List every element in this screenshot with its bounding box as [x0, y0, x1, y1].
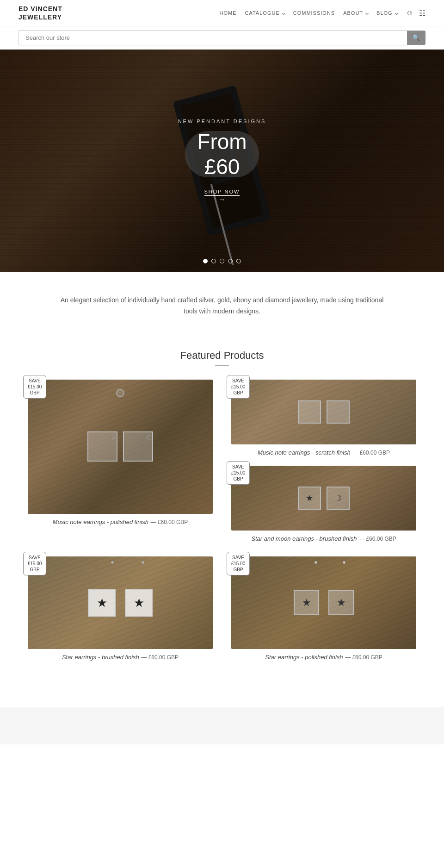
product-price-star-brushed: £60.00 GBP — [148, 654, 179, 661]
carousel-dots — [203, 259, 241, 263]
product-info-music-polished: Music note earrings - polished finish — … — [28, 518, 213, 526]
product-item-star-brushed[interactable]: SAVE£15.00GBP ★ ★ Star ea — [28, 556, 213, 661]
search-input[interactable] — [18, 30, 407, 45]
product-image-music-polished: ♪ ♫ — [28, 380, 213, 514]
search-button[interactable]: 🔍 — [407, 31, 426, 45]
earring-sq-4: ♫ — [327, 400, 350, 424]
product-image-star-polished: ★ ★ — [231, 556, 416, 649]
product-name-star-brushed: Star earrings - brushed finish — [62, 654, 139, 661]
user-icon[interactable]: ☺ — [406, 9, 413, 17]
earring-sq-2: ♫ — [123, 431, 153, 462]
search-bar: 🔍 — [0, 26, 444, 50]
hero-cta-button[interactable]: SHOP NOW — [204, 189, 240, 196]
earring-visual-4: ★ ★ — [28, 556, 213, 649]
silver-earring-1: ★ — [294, 590, 319, 615]
nav-home[interactable]: HOME — [220, 10, 237, 16]
earring-sq-3: ♪ — [298, 400, 321, 424]
featured-section: Featured Products SAVE£15.00GBP ♪ ♫ — [0, 340, 444, 689]
product-name-star-polished: Star earrings - polished finish — [265, 654, 343, 661]
right-product-col: SAVE£15.00GBP ♪ ♫ Music note earrings - … — [231, 380, 416, 543]
product-name-music-polished: Music note earrings - polished finish — [53, 518, 148, 525]
carousel-dot-2[interactable] — [211, 259, 216, 263]
product-price-star-polished: £60.00 GBP — [352, 654, 382, 661]
earring-visual-2: ♪ ♫ — [231, 380, 416, 444]
product-price-music-polished: £60.00 GBP — [158, 519, 188, 525]
carousel-dot-1[interactable] — [203, 259, 208, 263]
cart-icon[interactable]: ☷ — [419, 9, 426, 18]
tagline-section: An elegant selection of individually han… — [0, 272, 444, 340]
silver-earring-2: ★ — [328, 590, 354, 615]
earring-sq-6: ☽ — [327, 487, 350, 510]
hero-center: NEW PENDANT DESIGNS From £60 SHOP NOW → — [178, 119, 266, 203]
nav-commissions[interactable]: COMMISSIONS — [293, 10, 335, 16]
save-badge-star-polished: SAVE£15.00GBP — [227, 552, 250, 575]
product-price-star-moon: £60.00 GBP — [366, 536, 396, 542]
star-icon-3: ★ — [134, 595, 144, 610]
save-badge-star-moon: SAVE£15.00GBP — [227, 461, 250, 485]
nav-about[interactable]: ABOUT — [343, 10, 368, 16]
nav-catalogue[interactable]: CATALOGUE — [245, 10, 285, 16]
product-item-music-scratch[interactable]: SAVE£15.00GBP ♪ ♫ Music note earrings - … — [231, 380, 416, 456]
product-name-music-scratch: Music note earrings - scratch finish — [258, 449, 351, 456]
hero-subtitle: NEW PENDANT DESIGNS — [178, 119, 266, 124]
earring-visual-5: ★ ★ — [231, 556, 416, 649]
carousel-dot-3[interactable] — [220, 259, 224, 263]
product-image-star-moon: ★ ☽ — [231, 466, 416, 531]
save-badge-star-brushed: SAVE£15.00GBP — [23, 552, 46, 575]
earring-posts — [111, 561, 144, 564]
music-note-icon-3: ♪ — [315, 401, 319, 411]
white-earring-1: ★ — [88, 589, 116, 617]
earring-visual: ♪ ♫ — [28, 380, 213, 514]
earring-post-2 — [142, 561, 144, 564]
carousel-dot-5[interactable] — [236, 259, 241, 263]
earring-connector — [116, 389, 124, 397]
earring-post-3 — [314, 561, 317, 564]
product-item-star-moon[interactable]: SAVE£15.00GBP ★ ☽ Star and moon earrings… — [231, 466, 416, 543]
hero-price: From £60 — [185, 131, 259, 177]
earring-post-1 — [111, 561, 114, 564]
product-grid-row2: SAVE£15.00GBP ★ ★ Star ea — [28, 556, 416, 661]
site-logo[interactable]: ED VINCENT JEWELLERY — [18, 5, 62, 21]
star-icon-4: ★ — [302, 597, 311, 609]
product-item-music-polished[interactable]: SAVE£15.00GBP ♪ ♫ Music note earrings - … — [28, 380, 213, 543]
moon-icon: ☽ — [334, 493, 342, 503]
music-note-icon: ♪ — [111, 432, 116, 442]
music-note-icon-2: ♫ — [145, 432, 152, 442]
earring-visual-3: ★ ☽ — [231, 466, 416, 531]
star-icon-5: ★ — [337, 597, 346, 609]
featured-divider — [215, 365, 229, 366]
blog-chevron-icon — [395, 12, 398, 15]
hero-cta-arrow-icon: → — [204, 196, 240, 203]
product-info-music-scratch: Music note earrings - scratch finish — £… — [231, 448, 416, 456]
product-info-star-moon: Star and moon earrings - brushed finish … — [231, 534, 416, 543]
nav-icons: ☺ ☷ — [406, 9, 426, 18]
music-note-icon-4: ♫ — [342, 401, 348, 411]
about-chevron-icon — [365, 12, 369, 15]
nav-blog[interactable]: BLOG — [376, 10, 398, 16]
product-item-star-polished[interactable]: SAVE£15.00GBP ★ ★ Star earrings - po — [231, 556, 416, 661]
earring-posts-2 — [314, 561, 345, 564]
earring-sq-5: ★ — [298, 487, 321, 510]
product-image-music-scratch: ♪ ♫ — [231, 380, 416, 444]
hero-banner: NEW PENDANT DESIGNS From £60 SHOP NOW → — [0, 50, 444, 272]
product-grid-row1: SAVE£15.00GBP ♪ ♫ Music note earrings - … — [28, 380, 416, 543]
save-badge-music-polished: SAVE£15.00GBP — [23, 375, 46, 399]
site-header: ED VINCENT JEWELLERY HOME CATALOGUE COMM… — [0, 0, 444, 26]
carousel-dot-4[interactable] — [228, 259, 233, 263]
star-icon-1: ★ — [306, 493, 313, 503]
product-info-star-polished: Star earrings - polished finish — £60.00… — [231, 653, 416, 661]
earring-sq-1: ♪ — [87, 431, 117, 462]
hero-content: NEW PENDANT DESIGNS From £60 SHOP NOW → — [178, 119, 266, 203]
white-earring-2: ★ — [125, 589, 153, 617]
tagline-text: An elegant selection of individually han… — [56, 295, 388, 317]
product-price-music-scratch: £60.00 GBP — [360, 450, 390, 456]
save-badge-music-scratch: SAVE£15.00GBP — [227, 375, 250, 399]
product-info-star-brushed: Star earrings - brushed finish — £60.00 … — [28, 653, 213, 661]
product-name-star-moon: Star and moon earrings - brushed finish — [251, 535, 357, 542]
catalogue-chevron-icon — [282, 12, 285, 15]
earring-post-4 — [343, 561, 345, 564]
product-image-star-brushed: ★ ★ — [28, 556, 213, 649]
main-nav: HOME CATALOGUE COMMISSIONS ABOUT BLOG ☺ … — [220, 9, 426, 18]
featured-title: Featured Products — [28, 350, 416, 362]
star-icon-2: ★ — [97, 595, 107, 610]
